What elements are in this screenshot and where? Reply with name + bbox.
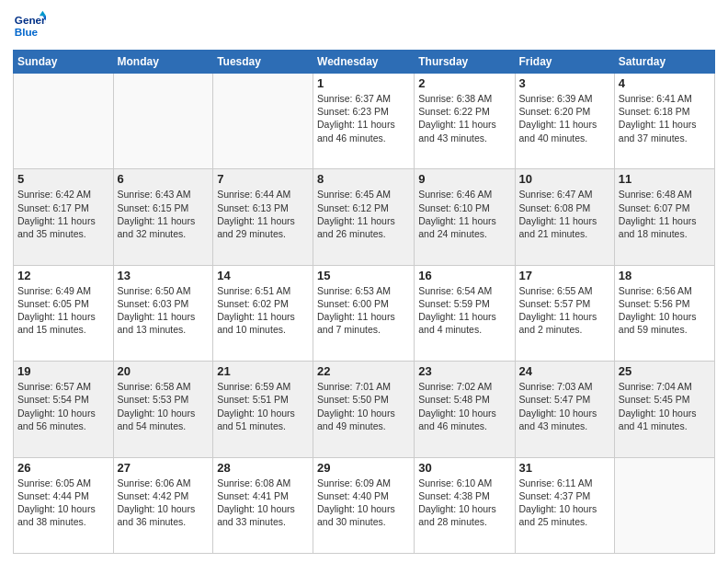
calendar-cell: 29Sunrise: 6:09 AM Sunset: 4:40 PM Dayli… [313,457,415,553]
day-info: Sunrise: 6:44 AM Sunset: 6:13 PM Dayligh… [217,188,309,240]
calendar-cell: 8Sunrise: 6:45 AM Sunset: 6:12 PM Daylig… [313,169,415,265]
day-info: Sunrise: 6:10 AM Sunset: 4:38 PM Dayligh… [418,477,510,529]
day-info: Sunrise: 6:49 AM Sunset: 6:05 PM Dayligh… [17,284,109,337]
calendar-cell: 22Sunrise: 7:01 AM Sunset: 5:50 PM Dayli… [313,362,415,457]
day-info: Sunrise: 6:43 AM Sunset: 6:15 PM Dayligh… [118,188,210,240]
day-info: Sunrise: 6:38 AM Sunset: 6:22 PM Dayligh… [418,92,510,144]
day-number: 10 [519,172,610,186]
day-info: Sunrise: 6:41 AM Sunset: 6:18 PM Dayligh… [619,92,711,144]
day-info: Sunrise: 6:09 AM Sunset: 4:40 PM Dayligh… [317,477,410,529]
calendar-cell: 24Sunrise: 7:03 AM Sunset: 5:47 PM Dayli… [515,362,614,457]
day-info: Sunrise: 6:08 AM Sunset: 4:41 PM Dayligh… [217,477,309,529]
day-info: Sunrise: 6:42 AM Sunset: 6:17 PM Dayligh… [17,188,109,240]
day-info: Sunrise: 6:46 AM Sunset: 6:10 PM Dayligh… [418,188,510,240]
day-info: Sunrise: 6:47 AM Sunset: 6:08 PM Dayligh… [519,188,610,240]
calendar-cell: 27Sunrise: 6:06 AM Sunset: 4:42 PM Dayli… [113,457,213,553]
calendar-cell: 2Sunrise: 6:38 AM Sunset: 6:22 PM Daylig… [415,74,515,169]
day-info: Sunrise: 6:59 AM Sunset: 5:51 PM Dayligh… [217,380,309,432]
weekday-header: Tuesday [213,51,313,74]
day-info: Sunrise: 6:54 AM Sunset: 5:59 PM Dayligh… [418,284,510,337]
day-info: Sunrise: 7:01 AM Sunset: 5:50 PM Dayligh… [317,380,410,432]
day-number: 20 [118,364,210,378]
calendar-cell: 21Sunrise: 6:59 AM Sunset: 5:51 PM Dayli… [213,362,313,457]
calendar-cell [213,74,313,169]
day-info: Sunrise: 6:56 AM Sunset: 5:56 PM Dayligh… [619,284,711,337]
calendar-cell: 20Sunrise: 6:58 AM Sunset: 5:53 PM Dayli… [113,362,213,457]
day-number: 5 [17,172,109,186]
calendar-cell: 26Sunrise: 6:05 AM Sunset: 4:44 PM Dayli… [14,457,114,553]
calendar-week-row: 19Sunrise: 6:57 AM Sunset: 5:54 PM Dayli… [14,362,715,457]
calendar-week-row: 5Sunrise: 6:42 AM Sunset: 6:17 PM Daylig… [14,169,715,265]
day-number: 22 [317,364,410,378]
calendar-cell: 9Sunrise: 6:46 AM Sunset: 6:10 PM Daylig… [415,169,515,265]
day-number: 31 [519,461,610,475]
calendar-cell: 28Sunrise: 6:08 AM Sunset: 4:41 PM Dayli… [213,457,313,553]
calendar-cell: 17Sunrise: 6:55 AM Sunset: 5:57 PM Dayli… [515,265,614,361]
day-info: Sunrise: 6:06 AM Sunset: 4:42 PM Dayligh… [118,477,210,529]
day-info: Sunrise: 6:57 AM Sunset: 5:54 PM Dayligh… [17,380,109,432]
day-number: 12 [17,269,109,282]
calendar-cell: 30Sunrise: 6:10 AM Sunset: 4:38 PM Dayli… [415,457,515,553]
calendar-table: SundayMondayTuesdayWednesdayThursdayFrid… [13,50,715,554]
day-info: Sunrise: 7:02 AM Sunset: 5:48 PM Dayligh… [418,380,510,432]
day-number: 1 [317,76,410,90]
calendar-week-row: 12Sunrise: 6:49 AM Sunset: 6:05 PM Dayli… [14,265,715,361]
calendar-week-row: 26Sunrise: 6:05 AM Sunset: 4:44 PM Dayli… [14,457,715,553]
calendar-cell: 31Sunrise: 6:11 AM Sunset: 4:37 PM Dayli… [515,457,614,553]
calendar-cell: 5Sunrise: 6:42 AM Sunset: 6:17 PM Daylig… [14,169,114,265]
calendar-cell: 18Sunrise: 6:56 AM Sunset: 5:56 PM Dayli… [614,265,714,361]
calendar-cell: 15Sunrise: 6:53 AM Sunset: 6:00 PM Dayli… [313,265,415,361]
calendar-cell [113,74,213,169]
day-info: Sunrise: 6:05 AM Sunset: 4:44 PM Dayligh… [17,477,109,529]
calendar-cell [614,457,714,553]
weekday-header: Friday [515,51,614,74]
calendar-cell: 16Sunrise: 6:54 AM Sunset: 5:59 PM Dayli… [415,265,515,361]
calendar-cell: 19Sunrise: 6:57 AM Sunset: 5:54 PM Dayli… [14,362,114,457]
day-info: Sunrise: 6:51 AM Sunset: 6:02 PM Dayligh… [217,284,309,337]
page-header: General Blue [13,9,715,42]
day-number: 30 [418,461,510,475]
calendar-cell: 6Sunrise: 6:43 AM Sunset: 6:15 PM Daylig… [113,169,213,265]
day-info: Sunrise: 6:45 AM Sunset: 6:12 PM Dayligh… [317,188,410,240]
day-number: 9 [418,172,510,186]
day-number: 3 [519,76,610,90]
calendar-cell: 23Sunrise: 7:02 AM Sunset: 5:48 PM Dayli… [415,362,515,457]
weekday-header: Thursday [415,51,515,74]
calendar-cell: 25Sunrise: 7:04 AM Sunset: 5:45 PM Dayli… [614,362,714,457]
day-number: 28 [217,461,309,475]
weekday-header: Monday [113,51,213,74]
calendar-cell: 11Sunrise: 6:48 AM Sunset: 6:07 PM Dayli… [614,169,714,265]
day-number: 25 [619,364,711,378]
day-number: 8 [317,172,410,186]
day-number: 6 [118,172,210,186]
day-info: Sunrise: 6:39 AM Sunset: 6:20 PM Dayligh… [519,92,610,144]
day-info: Sunrise: 6:50 AM Sunset: 6:03 PM Dayligh… [118,284,210,337]
day-info: Sunrise: 6:58 AM Sunset: 5:53 PM Dayligh… [118,380,210,432]
day-number: 2 [418,76,510,90]
svg-text:Blue: Blue [15,26,39,38]
calendar-cell: 3Sunrise: 6:39 AM Sunset: 6:20 PM Daylig… [515,74,614,169]
weekday-header: Saturday [614,51,714,74]
weekday-header-row: SundayMondayTuesdayWednesdayThursdayFrid… [14,51,715,74]
day-number: 29 [317,461,410,475]
day-number: 15 [317,269,410,282]
logo: General Blue [13,9,46,42]
day-number: 11 [619,172,711,186]
day-number: 19 [17,364,109,378]
weekday-header: Sunday [14,51,114,74]
calendar-cell: 14Sunrise: 6:51 AM Sunset: 6:02 PM Dayli… [213,265,313,361]
day-info: Sunrise: 6:53 AM Sunset: 6:00 PM Dayligh… [317,284,410,337]
day-number: 17 [519,269,610,282]
weekday-header: Wednesday [313,51,415,74]
day-number: 23 [418,364,510,378]
calendar-cell: 4Sunrise: 6:41 AM Sunset: 6:18 PM Daylig… [614,74,714,169]
day-number: 24 [519,364,610,378]
calendar-cell: 10Sunrise: 6:47 AM Sunset: 6:08 PM Dayli… [515,169,614,265]
calendar-week-row: 1Sunrise: 6:37 AM Sunset: 6:23 PM Daylig… [14,74,715,169]
day-number: 21 [217,364,309,378]
day-number: 13 [118,269,210,282]
day-number: 14 [217,269,309,282]
day-number: 27 [118,461,210,475]
day-number: 4 [619,76,711,90]
day-info: Sunrise: 6:48 AM Sunset: 6:07 PM Dayligh… [619,188,711,240]
